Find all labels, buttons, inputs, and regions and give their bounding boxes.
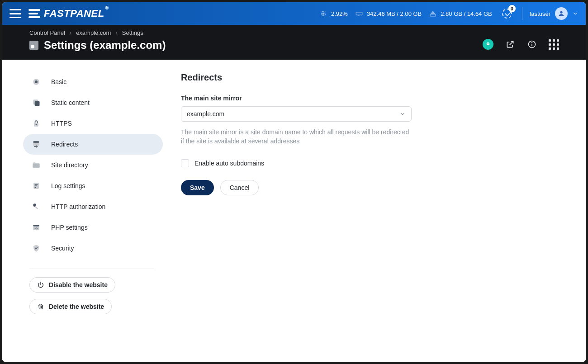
open-external-icon[interactable] <box>505 39 515 49</box>
static-content-icon <box>31 98 41 108</box>
checkbox-box-icon <box>181 159 189 167</box>
menu-toggle-icon[interactable] <box>9 9 21 18</box>
cpu-icon <box>319 9 327 18</box>
username: fastuser <box>530 10 550 17</box>
tasks-badge: 0 <box>508 5 516 12</box>
stat-cpu: 2.92% <box>319 9 348 18</box>
user-menu[interactable]: fastuser <box>530 7 579 20</box>
cpu-value: 2.92% <box>331 10 348 17</box>
auto-subdomains-label: Enable auto subdomains <box>194 160 264 167</box>
delete-website-button[interactable]: Delete the website <box>29 299 112 314</box>
disable-website-label: Disable the website <box>49 281 108 288</box>
sidebar-item-label: Log settings <box>51 182 85 189</box>
chevron-down-icon <box>572 10 579 17</box>
brand-reg: ® <box>105 5 109 10</box>
svg-point-13 <box>36 124 37 125</box>
brand-text: FASTPANEL <box>44 8 104 19</box>
save-button[interactable]: Save <box>181 180 214 195</box>
svg-rect-16 <box>33 164 40 168</box>
avatar-icon <box>555 7 568 20</box>
svg-rect-1 <box>322 13 325 15</box>
folder-icon <box>31 160 41 170</box>
sidebar-item-label: HTTP authorization <box>51 203 105 210</box>
sidebar-item-log-settings[interactable]: Log settings <box>23 175 163 196</box>
sidebar-separator <box>29 269 154 269</box>
svg-point-4 <box>560 11 562 14</box>
top-bar: FASTPANEL® 2.92% 342.46 MB / 2.00 GB 2.8… <box>2 2 586 25</box>
settings-sidebar: Basic Static content HTTPS <box>2 60 154 362</box>
sidebar-item-label: Basic <box>51 78 66 85</box>
php-icon: </> <box>31 222 41 232</box>
https-lock-icon <box>31 118 41 128</box>
svg-point-9 <box>35 80 38 83</box>
chevron-right-icon: › <box>70 29 71 36</box>
apps-grid-icon[interactable] <box>549 39 559 49</box>
sidebar-item-security[interactable]: Security <box>23 238 163 259</box>
breadcrumb-item-0[interactable]: Control Panel <box>29 29 65 36</box>
sidebar-item-label: Security <box>51 245 74 252</box>
sidebar-item-label: Static content <box>51 99 90 106</box>
auto-subdomains-checkbox[interactable]: Enable auto subdomains <box>181 159 543 167</box>
brand-mark-icon <box>28 9 40 18</box>
brand-logo[interactable]: FASTPANEL® <box>28 8 109 19</box>
site-image-icon <box>29 41 38 50</box>
svg-rect-11 <box>35 101 40 106</box>
sidebar-item-label: PHP settings <box>51 224 88 231</box>
breadcrumb-item-1[interactable]: example.com <box>76 29 111 36</box>
tasks-button[interactable]: 0 <box>499 6 515 21</box>
app-frame: FASTPANEL® 2.92% 342.46 MB / 2.00 GB 2.8… <box>2 2 586 362</box>
page-title: Settings (example.com) <box>29 39 166 52</box>
header-divider <box>522 7 522 20</box>
body: Basic Static content HTTPS <box>2 60 586 362</box>
svg-point-7 <box>532 43 532 43</box>
main-content: Redirects The main site mirror example.c… <box>154 60 570 362</box>
sidebar-item-label: Redirects <box>51 141 78 148</box>
section-title: Redirects <box>181 72 543 83</box>
basic-icon <box>31 77 41 87</box>
disk-icon <box>429 9 437 18</box>
disk-value: 2.80 GB / 14.64 GB <box>441 10 492 17</box>
svg-rect-3 <box>430 14 436 17</box>
sidebar-item-http-authorization[interactable]: HTTP authorization <box>23 196 163 217</box>
delete-website-label: Delete the website <box>49 303 104 310</box>
chevron-down-icon <box>399 111 406 117</box>
sub-header: Control Panel › example.com › Settings S… <box>2 25 586 60</box>
sidebar-item-https[interactable]: HTTPS <box>23 113 163 134</box>
shield-icon <box>31 243 41 253</box>
svg-text:</>: </> <box>34 227 38 230</box>
mirror-label: The main site mirror <box>181 95 543 102</box>
svg-rect-22 <box>35 206 38 209</box>
page-title-text: Settings (example.com) <box>44 39 166 52</box>
mirror-select-value: example.com <box>187 110 224 118</box>
svg-rect-2 <box>356 12 362 15</box>
power-icon <box>37 281 44 288</box>
svg-rect-24 <box>33 225 39 226</box>
ram-icon <box>355 9 363 18</box>
chevron-right-icon: › <box>115 29 117 36</box>
trash-icon <box>37 303 44 310</box>
sidebar-item-site-directory[interactable]: Site directory <box>23 155 163 175</box>
breadcrumb: Control Panel › example.com › Settings <box>29 29 166 36</box>
disable-website-button[interactable]: Disable the website <box>29 277 115 293</box>
sidebar-item-static-content[interactable]: Static content <box>23 92 163 113</box>
log-icon <box>31 181 41 191</box>
stat-ram: 342.46 MB / 2.00 GB <box>355 9 422 18</box>
sidebar-item-php-settings[interactable]: </> PHP settings <box>23 217 163 238</box>
sidebar-item-redirects[interactable]: Redirects <box>23 134 163 155</box>
svg-rect-15 <box>33 141 39 142</box>
mirror-select[interactable]: example.com <box>181 106 412 122</box>
stat-disk: 2.80 GB / 14.64 GB <box>429 9 492 18</box>
cancel-button[interactable]: Cancel <box>220 180 259 195</box>
ram-value: 342.46 MB / 2.00 GB <box>367 10 422 17</box>
sidebar-item-label: HTTPS <box>51 120 72 127</box>
info-icon[interactable] <box>527 39 537 49</box>
redirects-icon <box>31 139 41 149</box>
sidebar-item-basic[interactable]: Basic <box>23 71 163 92</box>
sidebar-item-label: Site directory <box>51 161 88 169</box>
mirror-help-text: The main site mirror is a site domain na… <box>181 128 412 146</box>
breadcrumb-item-2: Settings <box>122 29 143 36</box>
shop-status-icon[interactable] <box>483 39 493 50</box>
key-icon <box>31 202 41 212</box>
